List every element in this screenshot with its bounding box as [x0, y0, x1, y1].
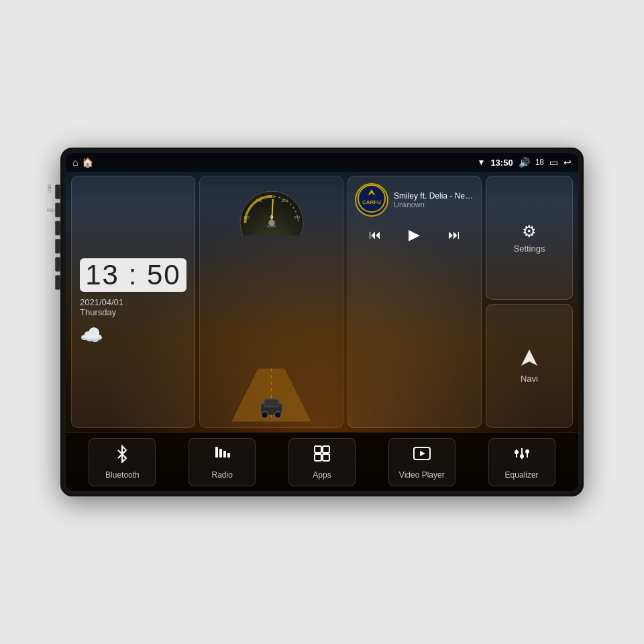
svg-point-37 [525, 449, 529, 453]
house-fill-icon[interactable]: 🏠 [82, 157, 93, 168]
svg-rect-25 [227, 453, 230, 458]
svg-point-33 [515, 450, 519, 454]
mic-label: MIC [47, 184, 52, 193]
equalizer-label: Equalizer [505, 470, 539, 480]
dock-item-radio[interactable]: Radio [189, 438, 256, 486]
settings-icon: ⚙ [522, 222, 537, 241]
side-button-1[interactable] [55, 184, 60, 199]
svg-text:160: 160 [268, 195, 274, 199]
action-buttons: ⚙ Settings Navi [486, 176, 573, 428]
music-controls: ⏮ ▶ ⏭ [355, 223, 474, 246]
back-icon[interactable]: ↩ [564, 157, 572, 168]
clock-time-display: 13 : 50 [80, 258, 186, 292]
apps-label: Apps [313, 470, 331, 480]
wifi-icon: ▼ [478, 158, 486, 167]
svg-text:140: 140 [256, 199, 262, 203]
next-button[interactable]: ⏭ [445, 225, 463, 245]
music-title: Smiley ft. Delia - Ne v... [394, 191, 474, 201]
music-artist: Unknown [394, 201, 474, 209]
music-widget: CARFU Smiley ft. Delia - Ne v... Unknown… [347, 176, 482, 428]
play-button[interactable]: ▶ [406, 223, 423, 246]
video-player-label: Video Player [399, 470, 445, 480]
clock-date: 2021/04/01 [80, 297, 186, 307]
radio-icon [213, 444, 231, 468]
bottom-dock: Bluetooth Radio [66, 432, 578, 491]
dock-item-apps[interactable]: Apps [288, 438, 356, 486]
svg-text:240: 240 [293, 215, 299, 219]
navi-label: Navi [521, 374, 538, 384]
svg-rect-23 [219, 449, 222, 458]
svg-rect-24 [223, 451, 226, 458]
svg-rect-29 [323, 454, 329, 461]
svg-marker-31 [420, 451, 425, 456]
apps-icon [313, 444, 331, 468]
svg-marker-19 [521, 350, 537, 366]
status-time: 13:50 [490, 158, 513, 168]
car-head-unit: MIC RST ⌂ 🏠 ▼ 13:50 🔊 18 ▭ ↩ [60, 148, 584, 496]
volume-level: 18 [535, 158, 544, 167]
svg-rect-26 [315, 446, 321, 453]
side-button-4[interactable] [55, 239, 60, 254]
radio-label: Radio [212, 470, 233, 480]
dock-item-bluetooth[interactable]: Bluetooth [89, 438, 156, 486]
svg-rect-22 [215, 447, 218, 458]
status-bar-right: ▼ 13:50 🔊 18 ▭ ↩ [478, 157, 572, 168]
side-buttons [55, 184, 60, 290]
prev-button[interactable]: ⏮ [366, 225, 384, 245]
svg-text:CARFU: CARFU [362, 199, 381, 205]
svg-point-15 [262, 412, 268, 419]
dock-item-video-player[interactable]: Video Player [388, 438, 455, 486]
carfu-text: CARFU [357, 184, 386, 216]
svg-text:180: 180 [281, 199, 287, 203]
navi-button[interactable]: Navi [486, 304, 573, 428]
svg-rect-27 [323, 446, 329, 453]
clock-day: Thursday [80, 307, 186, 317]
status-bar-left: ⌂ 🏠 [72, 157, 93, 168]
speed-widget: 0 km/h 120 240 140 160 180 [199, 176, 343, 428]
svg-text:km/h: km/h [267, 224, 275, 228]
road-scene [205, 368, 337, 422]
svg-text:120: 120 [243, 215, 249, 219]
status-bar: ⌂ 🏠 ▼ 13:50 🔊 18 ▭ ↩ [66, 153, 578, 172]
svg-point-35 [520, 454, 524, 458]
clock-widget: 13 : 50 2021/04/01 Thursday ☁️ [71, 176, 195, 428]
dock-item-equalizer[interactable]: Equalizer [488, 438, 555, 486]
svg-rect-28 [315, 454, 321, 461]
music-top: CARFU Smiley ft. Delia - Ne v... Unknown [355, 183, 474, 217]
weather-icon: ☁️ [80, 324, 186, 346]
side-button-5[interactable] [55, 257, 60, 272]
settings-label: Settings [514, 244, 545, 254]
bluetooth-label: Bluetooth [105, 470, 140, 480]
svg-point-16 [274, 412, 281, 419]
side-button-6[interactable] [55, 275, 60, 290]
battery-icon: ▭ [549, 157, 558, 168]
volume-icon: 🔊 [519, 157, 530, 168]
screen: ⌂ 🏠 ▼ 13:50 🔊 18 ▭ ↩ 13 : 50 2021/04/01 [66, 153, 578, 491]
album-art: CARFU [355, 183, 388, 217]
settings-button[interactable]: ⚙ Settings [486, 176, 573, 300]
music-info: Smiley ft. Delia - Ne v... Unknown [394, 191, 474, 209]
speedometer-svg: 0 km/h 120 240 140 160 180 [231, 182, 312, 235]
equalizer-icon [513, 444, 531, 468]
side-button-3[interactable] [55, 221, 60, 235]
widgets-area: 13 : 50 2021/04/01 Thursday ☁️ [66, 172, 578, 432]
video-player-icon [413, 444, 431, 468]
svg-rect-14 [264, 399, 279, 407]
main-content: 13 : 50 2021/04/01 Thursday ☁️ [66, 172, 578, 491]
svg-text:0: 0 [270, 214, 272, 220]
road-svg [205, 368, 337, 422]
side-button-2[interactable] [55, 203, 60, 217]
bluetooth-icon [113, 444, 131, 468]
home-icon[interactable]: ⌂ [72, 157, 78, 168]
navi-icon [520, 348, 539, 371]
